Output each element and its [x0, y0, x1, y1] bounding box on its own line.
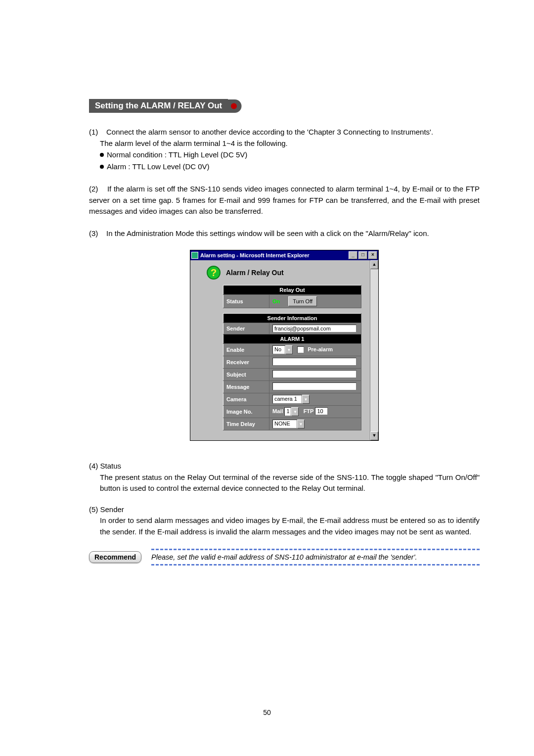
item-4-head: (4) Status: [89, 461, 480, 472]
p1-bullets: Normal condition : TTL High Level (DC 5V…: [89, 149, 480, 173]
panel-title-text: Alarm / Relay Out: [226, 269, 284, 277]
timedelay-select[interactable]: NONE▼: [272, 420, 305, 428]
scroll-track[interactable]: [370, 269, 378, 431]
window-titlebar[interactable]: Alarm setting - Microsoft Internet Explo…: [190, 250, 378, 260]
item-4-body: The present status on the Relay Out term…: [89, 472, 480, 494]
prealarm-label: Pre-alarm: [308, 346, 333, 352]
paragraph-3: (3) In the Administration Mode this sett…: [89, 228, 480, 239]
turn-off-button[interactable]: Turn Off: [288, 296, 317, 306]
ie-icon: [191, 252, 198, 259]
recommend-badge: Recommend: [89, 551, 141, 563]
p1-line1: Connect the alarm sensor to another devi…: [106, 128, 433, 136]
item-4: (4) Status The present status on the Rel…: [89, 461, 480, 494]
paragraph-2: (2) If the alarm is set off the SNS-110 …: [89, 184, 480, 217]
page-number: 50: [0, 709, 534, 716]
maximize-button[interactable]: □: [358, 251, 367, 259]
svg-text:?: ?: [211, 267, 217, 278]
status-value: On: [272, 298, 280, 304]
item-5: (5) Sender In order to send alarm messag…: [89, 504, 480, 538]
sender-input[interactable]: francisj@popsmail.com: [272, 325, 356, 332]
section-title: Setting the ALARM / RELAY Out: [89, 99, 228, 113]
p1-bullet-1: Normal condition : TTL High Level (DC 5V…: [107, 149, 247, 161]
ftp-count-input[interactable]: 10: [315, 407, 328, 415]
sender-alarm-table: Sender Information Sender francisj@popsm…: [223, 313, 361, 430]
camera-select[interactable]: camera 1▼: [272, 395, 310, 404]
item-5-body: In order to send alarm messages and vide…: [89, 515, 480, 537]
enable-label: Enable: [223, 344, 269, 356]
subject-input[interactable]: [272, 370, 356, 378]
recommend-text: Please, set the valid e-mail address of …: [151, 552, 480, 563]
chevron-down-icon: ▼: [302, 395, 310, 404]
relay-out-table: Relay Out Status On Turn Off: [223, 285, 361, 308]
relay-out-header: Relay Out: [223, 285, 361, 295]
enable-select[interactable]: No▼: [272, 345, 293, 354]
svg-point-0: [231, 103, 237, 109]
sender-label: Sender: [223, 323, 269, 334]
p1-number: (1): [89, 128, 98, 136]
p1-line2: The alarm level of the alarm terminal 1~…: [89, 139, 288, 147]
chevron-down-icon: ▼: [285, 345, 293, 354]
mail-label: Mail: [272, 408, 283, 414]
paragraph-1: (1) Connect the alarm sensor to another …: [89, 127, 480, 173]
minimize-button[interactable]: _: [349, 251, 357, 259]
receiver-label: Receiver: [223, 356, 269, 369]
imageno-label: Image No.: [223, 406, 269, 418]
alarm-setting-window: Alarm setting - Microsoft Internet Explo…: [190, 250, 379, 441]
item-5-head: (5) Sender: [89, 504, 480, 516]
alarm1-header: ALARM 1: [223, 334, 361, 344]
p3-text: In the Administration Mode this settings…: [106, 229, 429, 237]
bullet-icon: [100, 153, 104, 157]
p2-text: If the alarm is set off the SNS-110 send…: [89, 185, 480, 215]
mail-count-select[interactable]: 1▼: [284, 407, 299, 416]
p2-number: (2): [89, 185, 98, 193]
vertical-scrollbar[interactable]: ▲ ▼: [370, 260, 378, 440]
prealarm-checkbox[interactable]: [297, 346, 304, 353]
receiver-input[interactable]: [272, 358, 356, 366]
subject-label: Subject: [223, 369, 269, 381]
scroll-up-icon[interactable]: ▲: [370, 260, 378, 269]
window-title: Alarm setting - Microsoft Internet Explo…: [200, 252, 348, 258]
camera-label: Camera: [223, 393, 269, 406]
chevron-down-icon: ▼: [297, 420, 305, 428]
dashed-rule-bottom: [151, 564, 480, 566]
message-input[interactable]: [272, 382, 356, 390]
bullet-icon: [100, 165, 104, 169]
status-label: Status: [223, 295, 269, 308]
heading-tail-icon: [228, 99, 242, 113]
dashed-rule-top: [151, 549, 480, 550]
timedelay-label: Time Delay: [223, 418, 269, 430]
sender-info-header: Sender Information: [223, 314, 361, 323]
question-icon: ?: [206, 265, 221, 280]
ftp-label: FTP: [304, 408, 314, 414]
close-button[interactable]: ×: [368, 251, 377, 259]
section-heading: Setting the ALARM / RELAY Out: [89, 99, 480, 113]
p1-bullet-2: Alarm : TTL Low Level (DC 0V): [107, 161, 210, 173]
p3-number: (3): [89, 229, 98, 237]
chevron-down-icon: ▼: [291, 407, 299, 416]
scroll-down-icon[interactable]: ▼: [370, 431, 378, 440]
recommend-row: Recommend Please, set the valid e-mail a…: [89, 547, 480, 567]
message-label: Message: [223, 381, 269, 393]
panel-heading: ? Alarm / Relay Out: [206, 265, 367, 280]
